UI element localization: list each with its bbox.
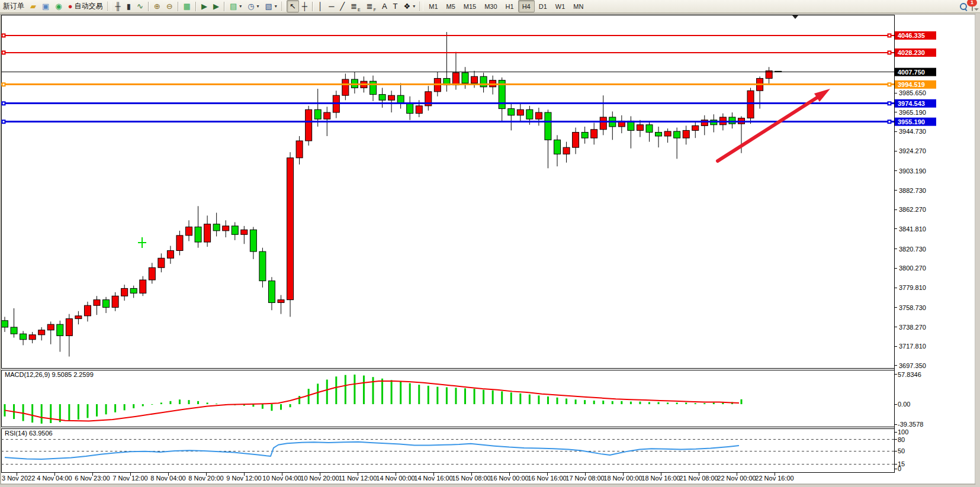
candle-body (416, 106, 422, 114)
terminal-icon: ▣ (42, 2, 49, 10)
new-chart-button[interactable]: ▤▾ (227, 0, 245, 12)
candle-body (692, 125, 699, 130)
period-button[interactable]: ◷▾ (245, 0, 262, 12)
fibonacci-icon-sub: E (358, 8, 361, 12)
price-tick-label: 3841.810 (899, 225, 926, 233)
chart-autoscroll-button[interactable]: ▶ (210, 0, 222, 12)
text-label-button[interactable]: T (390, 0, 401, 12)
time-label: 14 Nov 16:00 (414, 475, 452, 482)
toolbar-separator (224, 2, 225, 11)
gold-icon: ▰ (30, 2, 36, 10)
tile-windows-icon: ▦ (184, 2, 191, 10)
toolbar-grip (281, 2, 285, 11)
gold-button[interactable]: ▰ (27, 0, 39, 12)
template-button[interactable]: ▧▾ (262, 0, 280, 12)
text-icon: A (382, 2, 387, 10)
timeframe-w1[interactable]: W1 (551, 0, 570, 12)
timeframe-d1[interactable]: D1 (535, 0, 551, 12)
trendline-button[interactable]: ╱ (337, 0, 348, 12)
chart-shift-button[interactable]: ▶ (198, 0, 210, 12)
time-label: 21 Nov 08:00 (679, 475, 718, 482)
timeframe-m15[interactable]: M15 (460, 0, 480, 12)
candle-body (729, 117, 735, 124)
crosshair-icon: ┼ (302, 2, 307, 10)
price-badge-label: 4046.335 (898, 32, 925, 39)
candle-body (130, 288, 137, 293)
timeframe-mn[interactable]: MN (569, 0, 587, 12)
time-label: 22 Nov 00:00 (717, 475, 756, 482)
autotrade-label: 自动交易 (75, 1, 103, 11)
candle-body (674, 131, 680, 138)
candle-body (121, 288, 128, 296)
line-handle-center (3, 102, 5, 104)
line-handle-center (3, 34, 5, 36)
price-tick-label: 3758.730 (899, 304, 926, 311)
line-handle-center (3, 51, 5, 53)
candle-body (186, 227, 192, 235)
timeframe-h1[interactable]: H1 (502, 0, 518, 12)
price-tick-label: 3717.810 (899, 343, 926, 350)
price-tick-label: 3965.190 (899, 109, 926, 116)
vertical-line-button[interactable]: │ (315, 0, 326, 12)
candle-body (195, 227, 201, 242)
timeframe-m1[interactable]: M1 (425, 0, 442, 12)
fibo-grid-button[interactable]: ≣F (364, 0, 379, 12)
fibonacci-button[interactable]: ≣E (348, 0, 364, 12)
macd-axis-label: -39.3578 (898, 421, 923, 428)
candle-body (646, 125, 653, 133)
chart-canvas[interactable]: SP500-,H4 4008.550 4008.550 4007.750 400… (0, 0, 980, 487)
candle-body (84, 305, 91, 316)
line-handle-center (3, 83, 5, 85)
candle-body (47, 324, 54, 330)
crosshair-button[interactable]: ┼ (299, 0, 310, 12)
candle-body (379, 95, 385, 101)
price-tick-label: 3800.270 (899, 265, 926, 272)
new-order-button[interactable]: 新订单 (0, 0, 27, 12)
time-label: 10 Nov 20:00 (300, 475, 339, 482)
candlestick-button[interactable]: ▮ (124, 0, 134, 12)
candle-body (573, 133, 579, 148)
search-icon[interactable] (960, 3, 967, 10)
ohlc-bars-button[interactable]: ╫ (113, 0, 124, 12)
shapes-button[interactable]: ❖▾ (401, 0, 419, 12)
autotrade-button[interactable]: ● 自动交易 (65, 0, 106, 12)
signal-button[interactable]: ◉ (52, 0, 65, 12)
line-handle-center (889, 34, 891, 36)
price-tick-label: 3924.270 (899, 147, 926, 154)
time-label: 18 Nov 00:00 (603, 475, 642, 482)
template-icon: ▧ (265, 2, 272, 10)
price-tick-label: 3985.650 (899, 89, 926, 96)
zoom-in-button[interactable]: ⊕ (151, 0, 163, 12)
price-tick-label: 3862.270 (899, 206, 926, 213)
horizontal-line-icon: ─ (329, 2, 334, 10)
horizontal-line-button[interactable]: ─ (326, 0, 337, 12)
terminal-button[interactable]: ▣ (39, 0, 52, 12)
candle-body (296, 141, 303, 158)
text-button[interactable]: A (379, 0, 390, 12)
candle-body (250, 230, 256, 251)
trading-terminal: { "toolbar": { "new_order_label": "新订单",… (0, 0, 980, 487)
fibo-grid-icon-sub: F (374, 8, 376, 12)
chart-icon-group: ╫▮∿⊕⊖▦▶▶▤▾◷▾▧▾ (113, 0, 280, 12)
candle-body (167, 250, 173, 258)
time-label: 18 Nov 16:00 (641, 475, 680, 482)
zoom-out-button[interactable]: ⊖ (163, 0, 176, 12)
candle-body (397, 95, 404, 103)
fibo-grid-icon: ≣ (367, 2, 373, 10)
time-label: 6 Nov 23:00 (75, 475, 110, 482)
time-label: 16 Nov 00:00 (490, 475, 528, 482)
tile-windows-button[interactable]: ▦ (181, 0, 194, 12)
candle-body (66, 319, 72, 336)
time-label: 9 Nov 12:00 (226, 475, 261, 482)
cursor-button[interactable]: ↖ (287, 0, 299, 12)
notifications-button[interactable]: 1 (972, 2, 973, 11)
candle-body (38, 330, 45, 335)
timeframe-m5[interactable]: M5 (442, 0, 460, 12)
candle-body (351, 79, 358, 88)
candle-body (471, 76, 478, 83)
ohlc-bars-icon: ╫ (115, 2, 121, 10)
macd-axis-label: 0.00 (898, 401, 910, 408)
line-chart-button[interactable]: ∿ (134, 0, 146, 12)
timeframe-h4[interactable]: H4 (518, 0, 535, 12)
timeframe-m30[interactable]: M30 (480, 0, 501, 12)
